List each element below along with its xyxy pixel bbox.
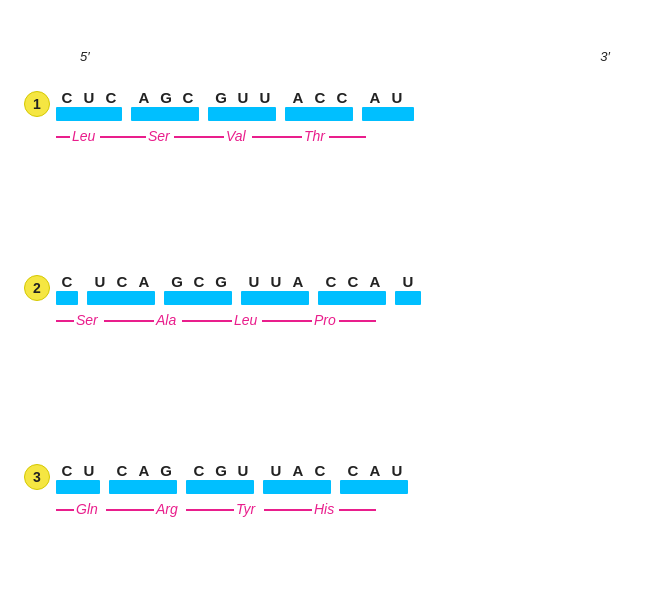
svg-rect-52 (241, 291, 309, 305)
svg-text:U: U (95, 273, 106, 290)
svg-text:Val: Val (226, 128, 247, 144)
sequence-svg-1: C U C A G C G U U A C C A U (56, 87, 610, 123)
amino-svg-3: Gln Arg Tyr His (56, 499, 436, 521)
svg-text:U: U (84, 89, 95, 106)
svg-marker-53 (309, 291, 317, 305)
svg-rect-48 (87, 291, 155, 305)
svg-rect-22 (362, 107, 414, 121)
svg-marker-81 (100, 480, 108, 494)
svg-marker-85 (254, 480, 262, 494)
svg-text:Ser: Ser (76, 312, 99, 328)
svg-text:G: G (215, 273, 227, 290)
svg-text:Pro: Pro (314, 312, 336, 328)
svg-text:U: U (260, 89, 271, 106)
svg-text:C: C (183, 89, 194, 106)
svg-text:A: A (139, 462, 150, 479)
svg-text:U: U (238, 462, 249, 479)
svg-rect-18 (208, 107, 276, 121)
svg-rect-20 (285, 107, 353, 121)
svg-rect-54 (318, 291, 386, 305)
svg-text:U: U (271, 273, 282, 290)
svg-marker-49 (155, 291, 163, 305)
svg-text:A: A (139, 273, 150, 290)
svg-text:Arg: Arg (155, 501, 178, 517)
svg-text:U: U (271, 462, 282, 479)
frame-2: 2 C U C A G C G U U A C C A (20, 259, 630, 342)
frame-3: 3 C U C A G C G U U A C C A (20, 448, 630, 531)
svg-rect-50 (164, 291, 232, 305)
svg-text:C: C (106, 89, 117, 106)
svg-marker-87 (331, 480, 339, 494)
svg-text:U: U (392, 89, 403, 106)
svg-text:Ala: Ala (155, 312, 176, 328)
svg-text:A: A (293, 462, 304, 479)
svg-text:A: A (293, 89, 304, 106)
svg-text:C: C (117, 462, 128, 479)
three-prime-label: 3′ (600, 49, 610, 64)
svg-text:C: C (315, 89, 326, 106)
badge-label-3: 3 (33, 469, 41, 485)
svg-marker-47 (78, 291, 86, 305)
amino-svg-1: Leu Ser Val Thr (56, 126, 426, 148)
svg-marker-15 (122, 107, 130, 121)
svg-marker-17 (199, 107, 207, 121)
svg-text:Gln: Gln (76, 501, 98, 517)
svg-text:U: U (392, 462, 403, 479)
svg-rect-86 (263, 480, 331, 494)
svg-rect-84 (186, 480, 254, 494)
svg-text:C: C (194, 273, 205, 290)
frame-badge-2: 2 (24, 275, 50, 301)
amino-svg-2: Ser Ala Leu Pro (56, 310, 436, 332)
svg-text:C: C (348, 462, 359, 479)
sequence-svg-3: C U C A G C G U U A C C A U (56, 460, 610, 496)
frame-1: 5′ 3′ 1 C U C A G C G U U (20, 63, 630, 154)
reading-frames-container: 5′ 3′ 1 C U C A G C G U U (0, 0, 650, 594)
svg-marker-51 (232, 291, 240, 305)
svg-text:C: C (62, 273, 73, 290)
svg-text:A: A (139, 89, 150, 106)
svg-text:A: A (370, 89, 381, 106)
svg-rect-14 (56, 107, 122, 121)
svg-text:Leu: Leu (72, 128, 96, 144)
svg-text:His: His (314, 501, 334, 517)
svg-text:Ser: Ser (148, 128, 171, 144)
svg-marker-83 (177, 480, 185, 494)
frame-badge-1: 1 (24, 91, 50, 117)
svg-text:C: C (62, 89, 73, 106)
svg-text:G: G (171, 273, 183, 290)
svg-text:C: C (194, 462, 205, 479)
svg-text:U: U (84, 462, 95, 479)
badge-label-1: 1 (33, 96, 41, 112)
svg-marker-55 (386, 291, 394, 305)
svg-text:G: G (160, 89, 172, 106)
svg-text:C: C (117, 273, 128, 290)
svg-marker-19 (276, 107, 284, 121)
sequence-svg-2: C U C A G C G U U A C C A U (56, 271, 610, 307)
svg-text:G: G (215, 462, 227, 479)
svg-text:G: G (215, 89, 227, 106)
svg-text:Leu: Leu (234, 312, 258, 328)
svg-text:C: C (326, 273, 337, 290)
svg-text:C: C (315, 462, 326, 479)
frame-badge-3: 3 (24, 464, 50, 490)
svg-text:A: A (370, 462, 381, 479)
svg-rect-80 (56, 480, 100, 494)
svg-text:C: C (337, 89, 348, 106)
svg-marker-21 (353, 107, 361, 121)
svg-text:Tyr: Tyr (236, 501, 257, 517)
svg-text:U: U (249, 273, 260, 290)
badge-label-2: 2 (33, 280, 41, 296)
svg-rect-82 (109, 480, 177, 494)
svg-rect-88 (340, 480, 408, 494)
svg-text:C: C (62, 462, 73, 479)
svg-text:U: U (403, 273, 414, 290)
svg-rect-46 (56, 291, 78, 305)
svg-rect-56 (395, 291, 421, 305)
svg-rect-16 (131, 107, 199, 121)
svg-text:U: U (238, 89, 249, 106)
svg-text:C: C (348, 273, 359, 290)
five-prime-label: 5′ (80, 49, 90, 64)
svg-text:A: A (293, 273, 304, 290)
svg-text:G: G (160, 462, 172, 479)
svg-text:A: A (370, 273, 381, 290)
